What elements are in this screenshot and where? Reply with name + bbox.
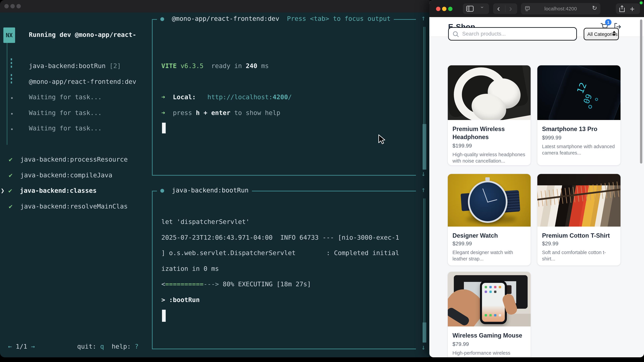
chevron-down-icon[interactable]: ⌄	[480, 3, 484, 10]
product-name: Smartphone 13 Pro	[542, 125, 616, 133]
product-name: Premium Wireless Headphones	[452, 125, 526, 141]
reload-icon[interactable]: ↻	[592, 4, 597, 12]
task-label: java-backend:classes	[20, 187, 97, 194]
arrow-icon: ➜	[161, 93, 165, 100]
prompt-line: > :bootRun	[161, 296, 200, 303]
pager-left-icon[interactable]: ←	[8, 343, 12, 350]
pane-hint: Press <tab> to focus output	[287, 15, 390, 22]
address-bar[interactable]: localhost:4200 ↻	[521, 3, 600, 14]
statusbar-hints: quit: q help: ?	[77, 343, 138, 350]
task-row-active: ❯ ✔ java-backend:classes	[1, 187, 96, 194]
local-url-port[interactable]: 4200	[273, 93, 288, 100]
waiting-dot-icon	[11, 113, 13, 115]
waiting-dot-icon	[11, 97, 13, 99]
help-keys: h + enter	[196, 109, 230, 116]
nx-logo: NX	[3, 27, 15, 43]
search-icon	[452, 31, 459, 37]
category-select[interactable]: All Categories	[584, 28, 619, 40]
check-icon: ✔	[9, 156, 12, 163]
vite-version-line: VITE v6.3.5 ready in 240 ms	[161, 62, 269, 69]
output-pane-frontend-title: ● @mono-app/react-frontend:dev Press <ta…	[157, 15, 394, 22]
search-input[interactable]	[462, 28, 573, 40]
task-label: java-backend:resolveMainClas	[20, 202, 128, 210]
task-status-dot-icon: ●	[160, 15, 164, 22]
scroll-track[interactable]	[423, 198, 425, 323]
page-scrollbar[interactable]	[640, 19, 642, 164]
product-price: $199.99	[452, 143, 472, 149]
minimize-window-icon[interactable]	[442, 7, 446, 11]
back-button[interactable]: ‹	[497, 3, 500, 13]
run-heading: Running dev @mono-app/react-	[29, 31, 136, 38]
forward-button[interactable]: ›	[509, 3, 512, 13]
new-tab-button[interactable]: +	[630, 4, 634, 14]
vite-label: VITE	[161, 62, 177, 69]
product-image-headphones[interactable]	[448, 65, 531, 120]
task-status-dot-icon: ●	[160, 186, 164, 194]
product-price: $29.99	[542, 241, 558, 247]
product-image-smartphone[interactable]: 12 09	[537, 65, 620, 120]
queued-task-icon	[11, 74, 12, 85]
product-image-mouse[interactable]	[448, 272, 531, 327]
task-row: java-backend:bootRun [2]	[29, 62, 121, 69]
zoom-window-icon[interactable]	[448, 7, 452, 11]
scroll-down-icon[interactable]: ↓	[421, 343, 426, 351]
scroll-up-icon[interactable]: ↑	[421, 186, 426, 194]
task-label: java-backend:processResource	[20, 156, 128, 163]
help-hint: help:	[104, 343, 135, 350]
terminal-titlebar[interactable]	[0, 0, 433, 12]
scroll-down-icon[interactable]: ↓	[421, 170, 426, 178]
toolbar-right-group: +	[616, 3, 640, 14]
task-row: Waiting for task...	[29, 93, 102, 100]
sidebar-icon	[466, 6, 474, 12]
scroll-thumb[interactable]	[422, 323, 426, 343]
local-url-line: ➜ Local: http://localhost:4200/	[161, 93, 292, 100]
quit-hint: quit:	[77, 343, 100, 350]
share-button[interactable]	[619, 5, 625, 12]
minimize-window-icon[interactable]	[10, 4, 15, 8]
close-window-icon[interactable]	[4, 4, 9, 8]
local-label: Local:	[165, 93, 196, 100]
scroll-track[interactable]	[423, 27, 425, 124]
product-card[interactable]: Wireless Gaming Mouse $79.99 High-perfor…	[448, 272, 531, 357]
pane-title: @mono-app/react-frontend:dev	[172, 15, 280, 22]
sidebar-toggle-button[interactable]: ⌄	[463, 3, 489, 14]
terminal-window[interactable]: NX Running dev @mono-app/react- java-bac…	[0, 0, 433, 357]
safari-window[interactable]: ⌄ ‹ › localhost:4200 ↻ + E-Shop	[429, 0, 644, 357]
task-row: Waiting for task...	[29, 124, 102, 132]
scroll-up-icon[interactable]: ↑	[421, 14, 426, 22]
product-image-watch[interactable]	[448, 174, 531, 227]
progress-status: 80% EXECUTING [18m 27s]	[219, 280, 311, 288]
divider	[505, 5, 506, 12]
task-row: Waiting for task...	[29, 109, 102, 116]
check-icon: ✔	[9, 171, 12, 179]
product-card[interactable]: 12 09 Smartphone 13 Pro $999.99 Latest s…	[537, 65, 621, 166]
task-row: @mono-app/react-frontend:dev	[29, 78, 136, 85]
terminal-cursor	[162, 310, 166, 322]
screen: NX Running dev @mono-app/react- java-bac…	[0, 0, 644, 362]
pager-right-icon[interactable]: →	[31, 343, 35, 350]
help-line: ➜ press h + enter to show help	[161, 109, 280, 116]
search-box[interactable]	[448, 27, 577, 40]
scroll-thumb[interactable]	[422, 124, 426, 170]
queued-task-icon	[11, 58, 12, 69]
product-card[interactable]: Designer Watch $299.99 Elegant designer …	[448, 174, 531, 266]
progress-bar-fill: ==========	[165, 280, 204, 288]
output-pane-bootrun-title: ● java-backend:bootRun	[157, 186, 252, 194]
product-description: Latest smartphone with advanced camera f…	[542, 143, 617, 156]
pager[interactable]: ← 1/1 →	[8, 343, 35, 350]
ready-ms-unit: ms	[257, 62, 269, 69]
product-card[interactable]: Premium Wireless Headphones $199.99 High…	[448, 65, 531, 166]
task-row: ✔ java-backend:processResource	[9, 156, 128, 163]
ready-ms: 240	[246, 62, 257, 69]
safari-titlebar[interactable]: ⌄ ‹ › localhost:4200 ↻ +	[429, 0, 644, 17]
product-image-tshirts[interactable]	[537, 174, 620, 227]
close-window-icon[interactable]	[436, 7, 440, 11]
local-url[interactable]: http://localhost:	[208, 93, 273, 100]
task-tree-line	[7, 43, 8, 145]
log-line: ] o.s.web.servlet.DispatcherServlet : Co…	[161, 249, 399, 256]
ready-text: ready in	[204, 62, 246, 69]
terminal-cursor	[162, 123, 166, 133]
url-text[interactable]: localhost:4200	[521, 6, 600, 11]
product-card[interactable]: Premium Cotton T-Shirt $29.99 Soft and c…	[537, 174, 621, 266]
zoom-window-icon[interactable]	[16, 4, 21, 8]
